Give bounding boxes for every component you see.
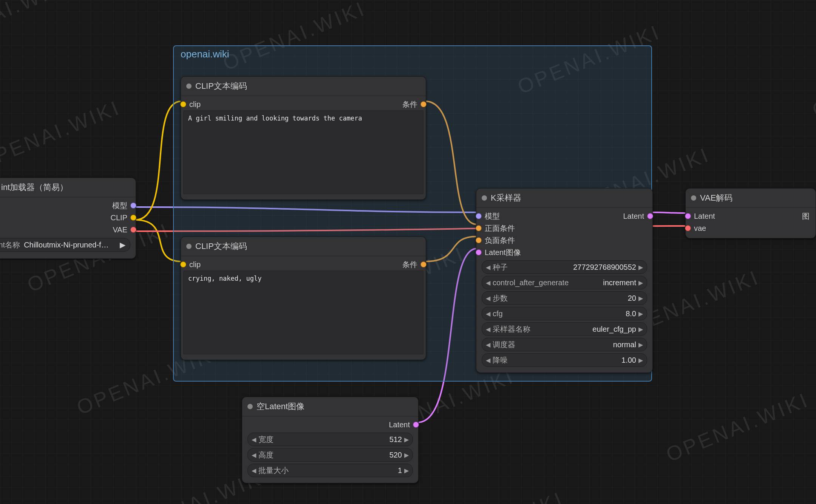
chevron-right-icon[interactable]: ▶ [638, 326, 643, 333]
width-value: 512 [389, 435, 402, 444]
output-label-model: 模型 [112, 201, 127, 211]
node-clip-positive[interactable]: CLIP文本编码 clip 条件 [181, 76, 426, 200]
chevron-right-icon[interactable]: ▶ [638, 310, 643, 317]
chevron-right-icon[interactable]: ▶ [638, 357, 643, 364]
cfg-label: cfg [493, 309, 623, 318]
output-label-clip: CLIP [111, 213, 127, 222]
chevron-right-icon[interactable]: ▶ [638, 279, 643, 286]
port-output-model[interactable] [130, 203, 136, 209]
chevron-right-icon[interactable]: ▶ [404, 451, 409, 459]
input-label-latent: Latent [694, 212, 715, 221]
node-title: K采样器 [491, 192, 521, 204]
port-output-vae[interactable] [130, 227, 136, 233]
node-title: VAE解码 [700, 192, 733, 204]
chevron-right-icon: ▶ [120, 240, 125, 249]
chevron-left-icon[interactable]: ◀ [486, 341, 490, 348]
collapse-dot-icon[interactable] [482, 195, 487, 201]
height-widget[interactable]: ◀ 高度 520 ▶ [247, 448, 413, 462]
chevron-left-icon[interactable]: ◀ [252, 467, 256, 474]
port-input-model[interactable] [476, 213, 482, 219]
output-label-image: 图 [802, 211, 810, 221]
negative-prompt-textarea[interactable] [183, 271, 423, 354]
width-label: 宽度 [258, 434, 386, 445]
chevron-left-icon[interactable]: ◀ [486, 310, 490, 317]
node-title: CLIP文本编码 [195, 241, 247, 252]
output-label-latent: Latent [623, 212, 644, 221]
seed-value: 277292768900552 [573, 263, 636, 272]
cfg-widget[interactable]: ◀ cfg 8.0 ▶ [482, 307, 647, 320]
port-output-latent[interactable] [413, 422, 419, 428]
collapse-dot-icon[interactable] [691, 195, 696, 201]
width-widget[interactable]: ◀ 宽度 512 ▶ [247, 433, 413, 446]
steps-value: 20 [628, 294, 636, 303]
collapse-dot-icon[interactable] [247, 404, 253, 409]
cag-label: control_after_generate [493, 278, 600, 287]
port-input-latent[interactable] [476, 249, 482, 255]
node-ksampler[interactable]: K采样器 模型 Latent 正面条件 [476, 188, 653, 373]
steps-widget[interactable]: ◀ 步数 20 ▶ [482, 291, 647, 305]
output-label-latent: Latent [389, 421, 410, 429]
chevron-right-icon[interactable]: ▶ [638, 341, 643, 348]
sampler-name-widget[interactable]: ◀ 采样器名称 euler_cfg_pp ▶ [482, 322, 647, 336]
port-output-latent[interactable] [647, 213, 653, 219]
output-label-conditioning: 条件 [402, 260, 417, 270]
chevron-left-icon[interactable]: ◀ [486, 264, 490, 271]
port-input-latent[interactable] [685, 213, 691, 219]
node-checkpoint-loader[interactable]: int加载器（简易） 模型 CLIP [0, 178, 136, 259]
ckpt-label: int名称 [0, 240, 20, 250]
node-title: 空Latent图像 [257, 401, 304, 412]
chevron-right-icon[interactable]: ▶ [638, 264, 643, 271]
collapse-dot-icon[interactable] [186, 244, 192, 249]
port-input-vae[interactable] [685, 225, 691, 231]
input-label-negative: 负面条件 [485, 235, 515, 246]
port-input-negative[interactable] [476, 237, 482, 243]
batch-label: 批量大小 [258, 465, 395, 476]
chevron-right-icon[interactable]: ▶ [404, 436, 409, 443]
chevron-right-icon[interactable]: ▶ [638, 295, 643, 302]
denoise-value: 1.00 [621, 356, 636, 365]
sampler-name-value: euler_cfg_pp [592, 325, 636, 334]
chevron-left-icon[interactable]: ◀ [486, 279, 490, 286]
input-label-positive: 正面条件 [485, 223, 515, 233]
batch-value: 1 [398, 466, 402, 475]
input-label-vae: vae [694, 224, 706, 233]
output-label-vae: VAE [113, 226, 127, 234]
port-output-clip[interactable] [130, 215, 136, 221]
denoise-widget[interactable]: ◀ 降噪 1.00 ▶ [482, 353, 647, 367]
scheduler-value: normal [613, 340, 636, 349]
port-input-positive[interactable] [476, 225, 482, 231]
collapse-dot-icon[interactable] [186, 83, 192, 89]
control-after-generate-widget[interactable]: ◀ control_after_generate increment ▶ [482, 276, 647, 289]
ckpt-select[interactable]: int名称 Chilloutmix-Ni-pruned-f… ▶ [0, 238, 130, 252]
steps-label: 步数 [493, 293, 625, 303]
input-label-clip: clip [189, 100, 201, 109]
scheduler-widget[interactable]: ◀ 调度器 normal ▶ [482, 338, 647, 351]
port-output-conditioning[interactable] [420, 261, 427, 267]
height-value: 520 [389, 451, 402, 459]
height-label: 高度 [258, 450, 386, 460]
scheduler-label: 调度器 [493, 340, 610, 350]
positive-prompt-textarea[interactable] [183, 110, 423, 194]
chevron-left-icon[interactable]: ◀ [252, 436, 256, 443]
node-title: CLIP文本编码 [195, 80, 247, 92]
port-output-conditioning[interactable] [420, 101, 427, 107]
seed-label: 种子 [493, 262, 570, 272]
port-input-clip[interactable] [180, 261, 186, 267]
batch-widget[interactable]: ◀ 批量大小 1 ▶ [247, 464, 413, 477]
chevron-left-icon[interactable]: ◀ [486, 326, 490, 333]
chevron-left-icon[interactable]: ◀ [486, 357, 490, 364]
output-label-conditioning: 条件 [402, 99, 417, 110]
chevron-right-icon[interactable]: ▶ [404, 467, 409, 474]
cfg-value: 8.0 [626, 309, 636, 318]
chevron-left-icon[interactable]: ◀ [252, 451, 256, 459]
node-empty-latent[interactable]: 空Latent图像 Latent ◀ 宽度 512 ▶ ◀ 高度 520 ▶ [242, 397, 419, 483]
seed-widget[interactable]: ◀ 种子 277292768900552 ▶ [482, 260, 647, 274]
sampler-name-label: 采样器名称 [493, 324, 589, 334]
ckpt-value: Chilloutmix-Ni-pruned-f… [24, 241, 120, 249]
node-editor-canvas[interactable]: OPENAI.WIKIOPENAI.WIKIOPENAI.WIKIOPENAI.… [0, 0, 816, 504]
node-vae-decode[interactable]: VAE解码 Latent 图 vae [685, 188, 816, 238]
node-clip-negative[interactable]: CLIP文本编码 clip 条件 [181, 237, 426, 360]
port-input-clip[interactable] [180, 101, 186, 107]
chevron-left-icon[interactable]: ◀ [486, 295, 490, 302]
cag-value: increment [603, 278, 636, 287]
